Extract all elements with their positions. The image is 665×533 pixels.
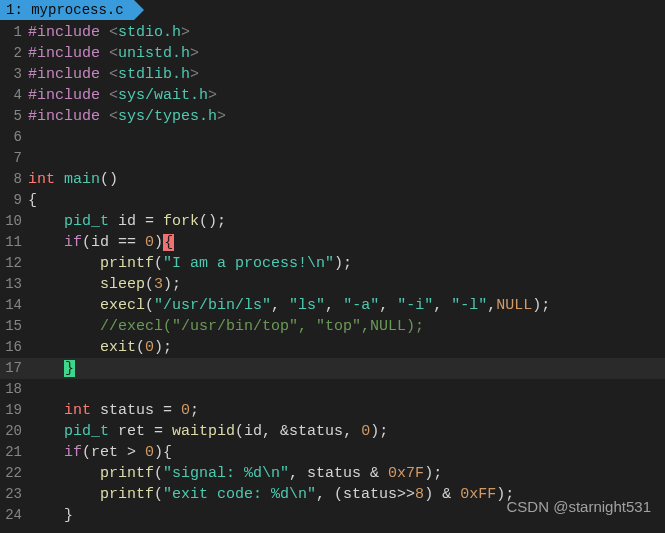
code-line: 1#include <stdio.h> [0, 22, 665, 43]
code-line: 14 execl("/usr/bin/ls", "ls", "-a", "-i"… [0, 295, 665, 316]
tab-file[interactable]: 1: myprocess.c [0, 0, 134, 20]
code-line: 6 [0, 127, 665, 148]
code-line: 21 if(ret > 0){ [0, 442, 665, 463]
line-number: 17 [0, 358, 28, 379]
line-number: 12 [0, 253, 28, 274]
line-number: 2 [0, 43, 28, 64]
line-number: 11 [0, 232, 28, 253]
code-line: 7 [0, 148, 665, 169]
line-number: 13 [0, 274, 28, 295]
code-line: 20 pid_t ret = waitpid(id, &status, 0); [0, 421, 665, 442]
line-number: 7 [0, 148, 28, 169]
line-number: 15 [0, 316, 28, 337]
code-line: 18 [0, 379, 665, 400]
code-line-current: 17 } [0, 358, 665, 379]
code-line: 13 sleep(3); [0, 274, 665, 295]
line-number: 23 [0, 484, 28, 505]
code-line: 8int main() [0, 169, 665, 190]
line-number: 10 [0, 211, 28, 232]
matching-brace-close: } [64, 360, 75, 377]
tab-bar: 1: myprocess.c [0, 0, 665, 22]
code-line: 15 //execl("/usr/bin/top", "top",NULL); [0, 316, 665, 337]
line-number: 20 [0, 421, 28, 442]
line-number: 18 [0, 379, 28, 400]
line-number: 1 [0, 22, 28, 43]
code-line: 3#include <stdlib.h> [0, 64, 665, 85]
line-number: 14 [0, 295, 28, 316]
code-line: 12 printf("I am a process!\n"); [0, 253, 665, 274]
matching-brace-open: { [163, 234, 174, 251]
line-number: 21 [0, 442, 28, 463]
line-number: 24 [0, 505, 28, 526]
code-line: 10 pid_t id = fork(); [0, 211, 665, 232]
code-line: 22 printf("signal: %d\n", status & 0x7F)… [0, 463, 665, 484]
code-line: 11 if(id == 0){ [0, 232, 665, 253]
code-line: 5#include <sys/types.h> [0, 106, 665, 127]
code-editor[interactable]: 1#include <stdio.h> 2#include <unistd.h>… [0, 22, 665, 526]
watermark: CSDN @starnight531 [507, 498, 651, 515]
line-number: 16 [0, 337, 28, 358]
line-number: 4 [0, 85, 28, 106]
line-number: 19 [0, 400, 28, 421]
line-number: 6 [0, 127, 28, 148]
line-number: 22 [0, 463, 28, 484]
code-line: 19 int status = 0; [0, 400, 665, 421]
line-number: 3 [0, 64, 28, 85]
line-number: 9 [0, 190, 28, 211]
code-line: 9{ [0, 190, 665, 211]
line-number: 8 [0, 169, 28, 190]
code-line: 16 exit(0); [0, 337, 665, 358]
code-line: 2#include <unistd.h> [0, 43, 665, 64]
line-number: 5 [0, 106, 28, 127]
tab-filename: myprocess.c [31, 2, 123, 18]
code-line: 4#include <sys/wait.h> [0, 85, 665, 106]
tab-index: 1: [6, 2, 23, 18]
